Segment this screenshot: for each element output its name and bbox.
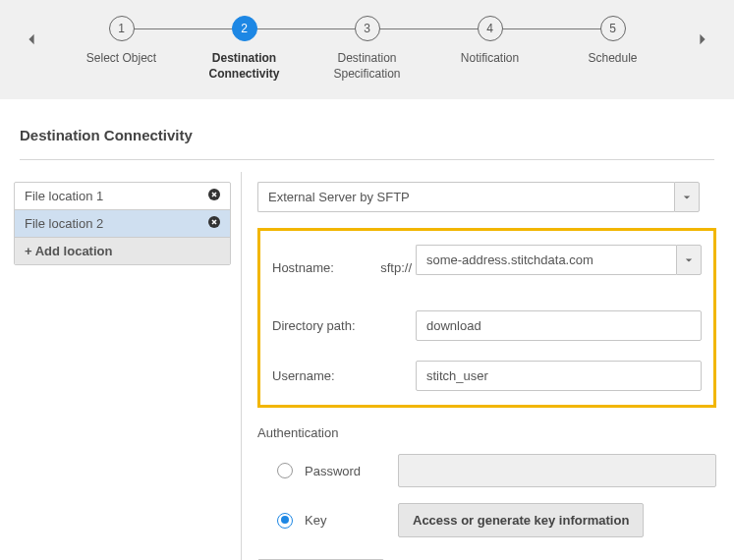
directory-label: Directory path: [272, 318, 380, 333]
caret-down-icon [683, 194, 691, 201]
file-location-1[interactable]: File location 1 [15, 183, 230, 210]
close-icon[interactable] [208, 216, 220, 231]
password-radio-label: Password [305, 464, 398, 478]
step-label: Notification [461, 51, 519, 67]
file-location-label: File location 2 [25, 216, 103, 231]
step-2[interactable]: 2 Destination Connectivity [183, 16, 306, 82]
step-circle: 1 [109, 16, 135, 41]
key-radio-label: Key [305, 513, 398, 528]
auth-password-row: Password [257, 454, 716, 487]
username-input[interactable] [416, 361, 702, 391]
step-circle: 5 [600, 16, 626, 41]
close-icon[interactable] [208, 189, 220, 203]
add-location-label: + Add location [25, 244, 112, 258]
step-connector [122, 28, 245, 29]
step-3[interactable]: 3 Destination Specification [306, 16, 428, 82]
stepper-next-button[interactable] [691, 28, 714, 51]
step-1[interactable]: 1 Select Object [60, 16, 183, 67]
username-label: Username: [272, 368, 380, 383]
step-connector [490, 28, 613, 29]
hostname-prefix: sftp:// [380, 260, 416, 275]
step-label: Destination Connectivity [191, 51, 299, 82]
stepper-prev-button[interactable] [20, 28, 43, 51]
destination-form: Hostname: sftp:// Directory path: Userna… [257, 182, 720, 560]
add-location-button[interactable]: + Add location [15, 238, 230, 264]
server-type-caret[interactable] [674, 182, 700, 212]
hostname-caret[interactable] [676, 245, 702, 275]
directory-input[interactable] [416, 310, 702, 341]
step-connector [245, 28, 367, 29]
step-label: Destination Specification [313, 51, 422, 82]
auth-section-title: Authentication [257, 425, 716, 440]
step-circle: 4 [478, 16, 503, 41]
username-row: Username: [272, 361, 702, 391]
step-5[interactable]: 5 Schedule [551, 16, 674, 67]
auth-key-row: Key Access or generate key information [257, 503, 716, 537]
directory-row: Directory path: [272, 310, 702, 341]
step-label: Select Object [86, 51, 156, 67]
step-4[interactable]: 4 Notification [428, 16, 551, 67]
caret-down-icon [685, 256, 693, 264]
password-field-disabled [398, 454, 716, 487]
wizard-stepper: 1 Select Object 2 Destination Connectivi… [0, 0, 734, 99]
section-header: Destination Connectivity [0, 99, 734, 159]
vertical-divider [241, 172, 242, 560]
step-circle: 3 [355, 16, 380, 41]
step-circle: 2 [232, 16, 257, 41]
server-type-select[interactable] [257, 182, 700, 212]
main-content: File location 1 File location 2 + Add lo… [0, 160, 734, 560]
file-location-2[interactable]: File location 2 [15, 210, 230, 238]
credentials-highlight-box: Hostname: sftp:// Directory path: Userna… [257, 228, 716, 408]
step-connector [367, 28, 490, 29]
hostname-row: Hostname: sftp:// [272, 245, 702, 291]
file-location-label: File location 1 [25, 189, 103, 203]
password-radio[interactable] [277, 463, 293, 478]
file-location-list: File location 1 File location 2 + Add lo… [14, 182, 231, 265]
server-type-input[interactable] [257, 182, 674, 212]
hostname-input[interactable] [416, 245, 676, 275]
key-info-button[interactable]: Access or generate key information [398, 503, 644, 537]
chevron-left-icon [25, 32, 38, 46]
key-radio[interactable] [277, 513, 293, 529]
hostname-select[interactable] [416, 245, 702, 275]
page-title: Destination Connectivity [20, 127, 714, 143]
hostname-label: Hostname: [272, 260, 380, 275]
steps-container: 1 Select Object 2 Destination Connectivi… [14, 16, 720, 82]
step-label: Schedule [588, 51, 637, 67]
chevron-right-icon [696, 32, 709, 46]
